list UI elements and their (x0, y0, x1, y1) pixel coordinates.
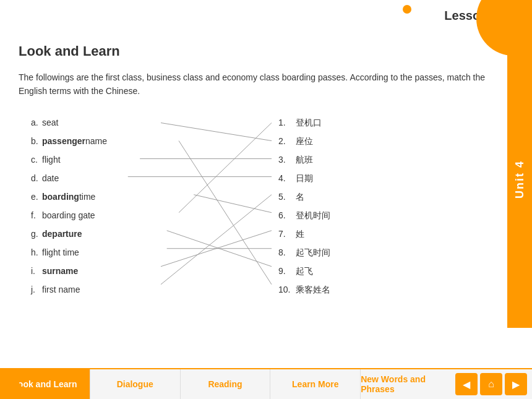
nav-item-learn-more[interactable]: Learn More (270, 369, 361, 399)
bottom-nav: Look and Learn Dialogue Reading Learn Mo… (0, 368, 532, 399)
list-item: 2. 座位 (278, 132, 414, 151)
list-item: 10. 乘客姓名 (278, 281, 414, 299)
list-item: 9. 起飞 (278, 262, 414, 281)
list-item: g. departure (31, 225, 198, 244)
right-column: 1. 登机口 2. 座位 3. 航班 4. 日期 5. 名 6. 登机时间 (278, 114, 414, 299)
list-item: b. passenger name (31, 132, 198, 151)
list-item: f. boarding gate (31, 207, 198, 225)
next-button[interactable]: ▶ (505, 373, 527, 395)
list-item: d. date (31, 169, 198, 188)
matching-exercise: a. seat b. passenger name c. flight d. d… (19, 114, 489, 299)
list-item: 3. 航班 (278, 151, 414, 169)
header: Lesson 8 (0, 0, 532, 31)
list-item: 6. 登机时间 (278, 207, 414, 225)
list-item: e. boarding time (31, 188, 198, 207)
page-title: Look and Learn (19, 43, 489, 59)
nav-item-new-words[interactable]: New Words and Phrases (361, 369, 450, 399)
home-button[interactable]: ⌂ (480, 373, 502, 395)
list-item: i. surname (31, 262, 198, 281)
list-item: j. first name (31, 281, 198, 299)
left-column: a. seat b. passenger name c. flight d. d… (31, 114, 198, 299)
list-item: 5. 名 (278, 188, 414, 207)
prev-button[interactable]: ◀ (455, 373, 478, 395)
orange-dot-decoration (403, 5, 411, 14)
list-item: 1. 登机口 (278, 114, 414, 132)
list-item: h. flight time (31, 244, 198, 262)
triangle-decoration (3, 377, 28, 396)
description: The followings are the first class, busi… (19, 71, 489, 98)
list-item: 8. 起飞时间 (278, 244, 414, 262)
list-item: 7. 姓 (278, 225, 414, 244)
nav-item-reading[interactable]: Reading (181, 369, 271, 399)
unit-label: Unit 4 (513, 160, 526, 199)
svg-line-4 (194, 194, 272, 212)
list-item: a. seat (31, 114, 198, 132)
list-item: c. flight (31, 151, 198, 169)
nav-controls: ◀ ⌂ ▶ (450, 373, 532, 395)
main-content: Look and Learn The followings are the fi… (0, 31, 507, 368)
list-item: 4. 日期 (278, 169, 414, 188)
nav-item-dialogue[interactable]: Dialogue (90, 369, 181, 399)
unit-bar: Unit 4 (507, 31, 532, 328)
